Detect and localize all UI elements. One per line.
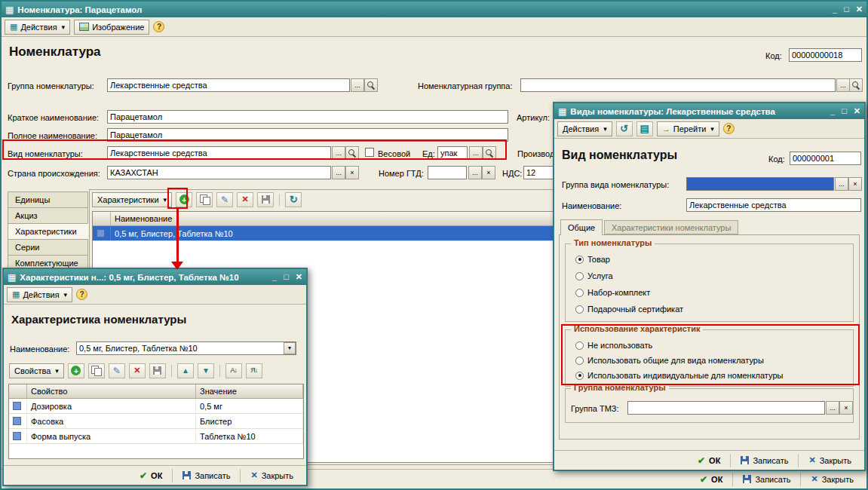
actions-menu-button[interactable]: ▦ Действия ▾ — [5, 20, 70, 35]
maximize-icon[interactable]: □ — [844, 5, 849, 14]
write-button[interactable]: Записать — [734, 454, 795, 467]
radio-use-individual[interactable]: Использовать индивидуальные для номенкла… — [575, 371, 783, 380]
go-menu-button[interactable]: → Перейти ▾ — [657, 121, 719, 136]
unit-ellipsis-button[interactable]: ... — [469, 146, 483, 160]
characteristics-menu-button[interactable]: Характеристики ▾ — [92, 192, 172, 207]
table-row[interactable]: Фасовка Блистер — [9, 414, 303, 429]
side-tab-series[interactable]: Серии — [8, 239, 88, 256]
help-button[interactable]: ? — [76, 289, 87, 300]
move-up-button[interactable]: ▲ — [177, 363, 194, 378]
close-button[interactable]: ✕ Закрыть — [802, 454, 858, 467]
short-name-field[interactable]: Парацетамол — [107, 110, 508, 124]
save-row-button[interactable] — [149, 363, 166, 378]
radio-use-common[interactable]: Использовать общие для вида номенклатуры — [575, 356, 764, 365]
actions-menu-button[interactable]: ▦ Действия ▾ — [7, 287, 72, 302]
actions-menu-button[interactable]: Действия ▾ — [557, 121, 612, 136]
country-field[interactable]: КАЗАХСТАН — [107, 166, 331, 179]
nomen-group-ellipsis-button[interactable]: ... — [836, 78, 850, 92]
name-field[interactable]: Лекарственные средства — [686, 198, 861, 212]
maximize-icon[interactable]: □ — [284, 273, 289, 281]
country-ellipsis-button[interactable]: ... — [332, 166, 345, 179]
tab-characteristics[interactable]: Характеристики номенклатуры — [604, 220, 738, 234]
kind-search-button[interactable] — [345, 146, 359, 160]
minimize-icon[interactable]: _ — [272, 273, 277, 281]
ok-button[interactable]: ✔ ОК — [133, 469, 169, 482]
sort-desc-button[interactable]: Я↓ — [246, 363, 262, 378]
tmz-field[interactable] — [627, 401, 825, 415]
characteristic-titlebar[interactable]: ▦ Характеристики н...: 0,5 мг, Блистер, … — [4, 269, 306, 285]
reread-button[interactable]: ↺ — [616, 121, 633, 136]
code-field[interactable]: 000000001 — [790, 152, 861, 165]
name-label: Наименование: — [562, 201, 621, 210]
kind-group-ellipsis-button[interactable]: ... — [835, 177, 848, 191]
add-button[interactable]: + — [176, 192, 192, 207]
table-row[interactable]: Форма выпуска Таблетка №10 — [9, 429, 303, 444]
side-tab-excise[interactable]: Акциз — [8, 207, 88, 224]
delete-button[interactable]: ✕ — [237, 192, 253, 207]
add-button[interactable]: + — [68, 363, 84, 378]
radio-no-use[interactable]: Не использовать — [575, 341, 652, 350]
side-tab-units[interactable]: Единицы — [8, 191, 88, 208]
unit-search-button[interactable] — [483, 146, 496, 160]
nomen-group-search-button[interactable] — [849, 78, 863, 92]
combo-dropdown-button[interactable]: ▾ — [284, 342, 296, 354]
unit-field[interactable]: упак — [437, 146, 468, 160]
move-down-button[interactable]: ▼ — [198, 363, 214, 378]
side-tab-characteristics[interactable]: Характеристики — [8, 223, 88, 240]
tmz-ellipsis-button[interactable]: ... — [826, 401, 839, 415]
close-icon[interactable]: ✕ — [856, 5, 863, 14]
nomen-group-field[interactable] — [520, 78, 836, 92]
kind-ellipsis-button[interactable]: ... — [332, 146, 345, 160]
tmz-clear-button[interactable]: × — [839, 401, 853, 415]
kind-group-field[interactable] — [686, 177, 834, 191]
country-clear-button[interactable]: × — [345, 166, 359, 179]
write-button[interactable]: Записать — [736, 473, 797, 486]
refresh-icon: ↻ — [290, 194, 298, 204]
help-button[interactable]: ? — [153, 21, 164, 32]
sort-asc-button[interactable]: А↓ — [225, 363, 242, 378]
group-search-button[interactable] — [364, 78, 378, 92]
group-ellipsis-button[interactable]: ... — [351, 78, 364, 92]
weighted-checkbox[interactable] — [365, 148, 374, 157]
save-row-button[interactable] — [257, 192, 274, 207]
image-button[interactable]: Изображение — [74, 20, 149, 35]
kind-field[interactable]: Лекарственные средства — [107, 146, 331, 160]
edit-button[interactable]: ✎ — [216, 192, 233, 207]
ok-button[interactable]: ✔ ОК — [693, 473, 729, 486]
minimize-icon[interactable]: _ — [830, 107, 835, 115]
close-button[interactable]: ✕ Закрыть — [804, 473, 860, 486]
copy-button[interactable] — [88, 363, 105, 378]
write-button[interactable]: Записать — [176, 469, 237, 482]
delete-button[interactable]: ✕ — [129, 363, 146, 378]
radio-service[interactable]: Услуга — [575, 271, 613, 280]
refresh-button[interactable]: ↻ — [285, 192, 302, 207]
code-field[interactable]: 00000000018 — [789, 48, 862, 62]
gtd-ellipsis-button[interactable]: ... — [468, 166, 482, 179]
write-label: Записать — [755, 475, 790, 484]
help-button[interactable]: ? — [723, 123, 735, 134]
ok-button[interactable]: ✔ ОК — [691, 454, 727, 467]
full-name-field[interactable]: Парацетамол — [107, 128, 508, 142]
maximize-icon[interactable]: □ — [842, 107, 847, 115]
radio-product[interactable]: Товар — [575, 255, 610, 264]
close-icon[interactable]: ✕ — [296, 273, 302, 281]
kind-group-clear-button[interactable]: × — [848, 177, 862, 191]
tab-general[interactable]: Общие — [560, 219, 603, 235]
minimize-icon[interactable]: _ — [833, 5, 837, 14]
name-combo-field[interactable]: 0,5 мг, Блистер, Таблетка №10 ▾ — [76, 341, 296, 355]
group-field[interactable]: Лекарственные средства — [107, 78, 350, 92]
copy-button[interactable] — [196, 192, 213, 207]
table-row[interactable]: Дозировка 0,5 мг — [9, 399, 303, 414]
gtd-field[interactable] — [428, 166, 467, 179]
list-button[interactable]: ▤ — [636, 121, 653, 136]
properties-menu-button[interactable]: Свойства ▾ — [9, 363, 64, 378]
radio-set[interactable]: Набор-комплект — [575, 288, 650, 297]
close-button[interactable]: ✕ Закрыть — [244, 469, 300, 482]
close-icon[interactable]: ✕ — [854, 107, 860, 115]
radio-gift-certificate[interactable]: Подарочный сертификат — [575, 305, 683, 314]
main-titlebar[interactable]: ▦ Номенклатура: Парацетамол _ □ ✕ — [2, 2, 866, 17]
gtd-clear-button[interactable]: × — [482, 166, 495, 179]
properties-table[interactable]: Свойство Значение Дозировка 0,5 мг Фасов… — [8, 384, 304, 459]
edit-button[interactable]: ✎ — [109, 363, 125, 378]
kind-titlebar[interactable]: ▦ Виды номенклатуры: Лекарственные средс… — [554, 103, 864, 119]
